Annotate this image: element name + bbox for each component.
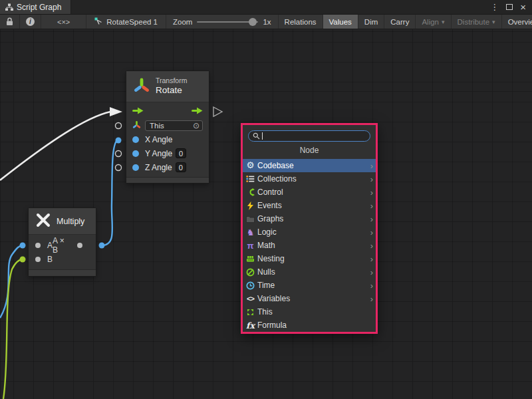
flow-wire[interactable]: [0, 112, 110, 180]
zoom-slider[interactable]: [197, 18, 258, 26]
graph-canvas[interactable]: Transform Rotate: [0, 29, 532, 399]
chevron-right-icon: ›: [370, 175, 373, 184]
node-title: Rotate: [156, 85, 187, 96]
toolbar-toggles: Relations Values Dim Carry Align▾ Distri…: [279, 15, 532, 29]
finder-item-logic[interactable]: ♞ Logic›: [243, 225, 376, 239]
y-angle-label: Y Angle: [145, 149, 172, 158]
graph-breadcrumb[interactable]: RotateSpeed 1: [86, 15, 166, 29]
finder-item-formula[interactable]: fx Formula: [243, 319, 376, 332]
close-icon[interactable]: ×: [520, 2, 526, 12]
chevron-right-icon: ›: [370, 281, 373, 290]
node-footer: [126, 177, 209, 183]
output-port[interactable]: [77, 243, 82, 248]
finder-item-variables[interactable]: <> Variables›: [243, 292, 376, 305]
node-title: Multiply: [57, 217, 84, 226]
window-controls: ⋮ ×: [490, 0, 532, 14]
carry-button[interactable]: Carry: [384, 15, 416, 29]
overview-button[interactable]: Overview: [502, 15, 532, 29]
multiply-b-outer-port[interactable]: [20, 257, 26, 263]
finder-item-nulls[interactable]: Nulls›: [243, 265, 376, 279]
multiply-a-outer-port[interactable]: [20, 243, 26, 249]
y-angle-outer-port[interactable]: [116, 151, 122, 157]
node-category: Transform: [156, 76, 187, 85]
this-object-field[interactable]: This ⊙: [145, 120, 203, 131]
flow-in-port[interactable]: [132, 107, 144, 116]
zoom-control: Zoom 1x: [166, 15, 279, 29]
transform-icon: [133, 76, 150, 96]
tab-bar: Script Graph ⋮ ×: [0, 0, 532, 15]
zoom-label: Zoom: [173, 18, 192, 26]
chevron-down-icon: ▾: [492, 19, 495, 25]
finder-item-collections[interactable]: Collections›: [243, 172, 376, 186]
z-angle-row: Z Angle 0: [126, 160, 209, 174]
window-menu-icon[interactable]: ⋮: [490, 3, 499, 11]
chevron-right-icon: ›: [370, 162, 373, 170]
wire-into-multiply-b[interactable]: [3, 259, 23, 399]
x-angle-port[interactable]: [132, 136, 139, 143]
info-icon: i: [26, 17, 35, 26]
y-angle-input[interactable]: 0: [176, 148, 186, 158]
multiply-node[interactable]: Multiply A A × B B: [29, 208, 96, 276]
formula-fx-icon: fx: [245, 320, 256, 331]
chevron-right-icon: ›: [370, 201, 373, 210]
rotate-node[interactable]: Transform Rotate: [126, 71, 209, 183]
transform-mini-icon: [132, 120, 141, 131]
codebase-icon: ⚙: [245, 160, 256, 171]
finder-item-time[interactable]: Time›: [243, 279, 376, 292]
z-angle-input[interactable]: 0: [176, 162, 186, 172]
z-angle-port[interactable]: [132, 164, 139, 171]
math-pi-icon: π: [245, 240, 256, 251]
values-button[interactable]: Values: [323, 15, 358, 29]
dim-button[interactable]: Dim: [358, 15, 384, 29]
lock-button[interactable]: [0, 15, 20, 29]
flow-out-port[interactable]: [192, 107, 203, 116]
finder-header: Node: [243, 146, 376, 156]
z-angle-outer-port[interactable]: [116, 165, 122, 171]
finder-item-nesting[interactable]: Nesting›: [243, 252, 376, 265]
finder-list: ⚙ Codebase› Collections› Control›: [243, 159, 376, 332]
multiply-icon: [35, 212, 51, 231]
this-field-value: This: [150, 122, 164, 130]
wire-into-multiply-a[interactable]: [0, 245, 23, 318]
search-input[interactable]: [248, 130, 370, 142]
multiply-output-port[interactable]: [99, 243, 105, 249]
object-picker-icon[interactable]: ⊙: [193, 122, 200, 130]
code-toggle-icon: <×>: [57, 18, 70, 26]
align-dropdown[interactable]: Align▾: [416, 15, 451, 29]
zoom-slider-knob[interactable]: [249, 18, 257, 26]
this-outer-port[interactable]: [116, 123, 122, 129]
multiply-a-row: A A × B: [29, 238, 96, 252]
finder-item-events[interactable]: Events›: [243, 199, 376, 212]
relations-button[interactable]: Relations: [279, 15, 323, 29]
finder-item-graphs[interactable]: Graphs›: [243, 212, 376, 225]
finder-item-math[interactable]: π Math›: [243, 239, 376, 252]
tab-script-graph[interactable]: Script Graph: [0, 0, 71, 14]
fuzzy-finder-popup: Node ⚙ Codebase› Collections› Control›: [241, 123, 378, 334]
a-times-b-label: A × B: [53, 236, 72, 255]
multiply-to-xangle-wire[interactable]: [102, 140, 117, 245]
finder-item-codebase[interactable]: ⚙ Codebase›: [243, 159, 376, 172]
graph-asset-icon: [94, 17, 102, 27]
chevron-right-icon: ›: [370, 255, 373, 263]
z-angle-label: Z Angle: [145, 163, 172, 172]
chevron-right-icon: ›: [370, 241, 373, 250]
chevron-right-icon: ›: [370, 188, 373, 197]
flow-wire-arrowhead: [110, 107, 122, 116]
chevron-right-icon: ›: [370, 228, 373, 237]
x-angle-outer-port[interactable]: [116, 138, 122, 144]
info-button[interactable]: i: [20, 15, 41, 29]
flow-ports-row: [126, 104, 209, 118]
finder-item-control[interactable]: Control›: [243, 186, 376, 199]
graph-name: RotateSpeed 1: [106, 18, 158, 26]
maximize-icon[interactable]: [506, 4, 513, 10]
a-input-port[interactable]: [35, 243, 41, 248]
flow-out-outer-port[interactable]: [213, 107, 222, 116]
distribute-dropdown[interactable]: Distribute▾: [452, 15, 502, 29]
code-preview-button[interactable]: <×>: [41, 15, 86, 29]
node-footer: [29, 269, 96, 276]
collections-icon: [245, 174, 256, 184]
lock-icon: [6, 17, 13, 26]
b-input-port[interactable]: [35, 257, 41, 262]
finder-item-this[interactable]: This: [243, 305, 376, 319]
y-angle-port[interactable]: [132, 150, 139, 157]
